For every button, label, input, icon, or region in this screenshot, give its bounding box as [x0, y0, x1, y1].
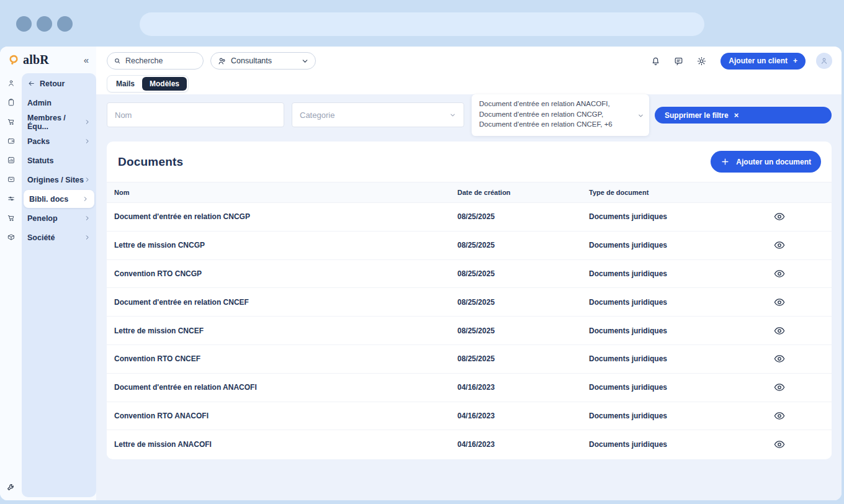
cell-actions — [742, 410, 817, 422]
add-client-button[interactable]: Ajouter un client + — [721, 53, 806, 70]
view-document-eye-icon[interactable] — [773, 210, 786, 223]
sidebar-collapse-button[interactable]: « — [84, 55, 89, 65]
cell-actions — [742, 325, 817, 337]
chevron-right-icon — [84, 234, 91, 241]
eye-icon — [773, 438, 786, 451]
rail-cart-icon[interactable] — [7, 112, 16, 131]
clear-filter-button[interactable]: Supprimer le filtre × — [655, 107, 832, 124]
user-avatar[interactable] — [816, 53, 832, 69]
table-row: Document d'entrée en relation CNCEF08/25… — [107, 288, 832, 317]
sidebar-item-retour[interactable]: Retour — [22, 74, 96, 93]
consultants-select[interactable]: Consultants — [210, 52, 316, 70]
window-control-dot[interactable] — [37, 16, 52, 32]
add-document-label: Ajouter un document — [736, 158, 811, 166]
view-document-eye-icon[interactable] — [773, 239, 786, 251]
rail-sliders-icon[interactable] — [7, 189, 16, 208]
view-document-eye-icon[interactable] — [773, 325, 786, 337]
person-icon — [7, 79, 16, 88]
tab-mails[interactable]: Mails — [109, 77, 142, 91]
view-document-eye-icon[interactable] — [773, 438, 786, 451]
app-logo[interactable]: albR — [8, 53, 49, 67]
chat-icon[interactable] — [673, 56, 684, 66]
sidebar: albR « RetourAdminMembres / Équ...PacksS… — [0, 47, 96, 500]
table-row: Document d'entrée en relation ANACOFI04/… — [107, 374, 832, 402]
filter-documents-multiselect[interactable]: Document d'entrée en relation ANACOFI, D… — [472, 94, 649, 136]
mails-modeles-tab-group: MailsModèles — [107, 75, 189, 92]
topbar: Consultants — [96, 47, 842, 94]
filter-categorie-select[interactable]: Categorie — [292, 102, 464, 127]
package-icon — [7, 233, 16, 241]
cell-date-creation: 08/25/2025 — [457, 241, 589, 250]
cell-date-creation: 08/25/2025 — [457, 298, 589, 307]
rail-wallet-icon[interactable] — [7, 131, 16, 150]
cell-type-document: Documents juridiques — [589, 354, 742, 363]
view-document-eye-icon[interactable] — [773, 381, 786, 394]
chevron-down-icon — [637, 112, 644, 119]
table-row: Document d'entrée en relation CNCGP08/25… — [107, 203, 832, 232]
column-header: Date de création — [457, 189, 589, 196]
table-header: NomDate de créationType de document — [107, 182, 832, 203]
sidebar-item-membres-qu[interactable]: Membres / Équ... — [22, 112, 96, 132]
cell-actions — [742, 268, 817, 280]
cell-nom: Document d'entrée en relation ANACOFI — [114, 383, 457, 392]
sidebar-header: albR « — [0, 47, 96, 73]
chevron-right-icon — [84, 234, 91, 241]
filter-nom-input[interactable] — [107, 102, 284, 127]
chevron-right-icon — [82, 196, 89, 202]
browser-address-bar[interactable] — [140, 12, 704, 36]
rail-package-icon[interactable] — [7, 227, 16, 246]
tools-icon[interactable] — [0, 482, 22, 492]
logo-text: albR — [23, 53, 49, 67]
view-document-eye-icon[interactable] — [773, 296, 786, 308]
sidebar-item-label: Membres / Équ... — [27, 114, 84, 131]
sidebar-item-statuts[interactable]: Statuts — [22, 151, 96, 170]
eye-icon — [773, 239, 786, 251]
tab-mod-les[interactable]: Modèles — [142, 77, 187, 91]
cell-date-creation: 08/25/2025 — [457, 269, 589, 278]
search-field[interactable] — [125, 56, 197, 65]
cell-actions — [742, 210, 817, 223]
sidebar-item-origines-sites[interactable]: Origines / Sites — [22, 170, 96, 189]
rail-person-icon[interactable] — [7, 73, 16, 92]
search-input[interactable] — [107, 52, 204, 70]
cell-nom: Lettre de mission CNCEF — [114, 326, 457, 335]
page-title: Documents — [118, 155, 183, 169]
rail-chart-icon[interactable] — [7, 150, 16, 169]
rail-clipboard-icon[interactable] — [7, 92, 16, 112]
eye-icon — [773, 268, 786, 280]
sidebar-item-packs[interactable]: Packs — [22, 132, 96, 151]
view-document-eye-icon[interactable] — [773, 353, 786, 365]
cell-type-document: Documents juridiques — [589, 383, 742, 392]
window-control-dot[interactable] — [16, 16, 32, 32]
desktop: { "sidebar": { "logo_text": "albR", "col… — [0, 0, 844, 504]
rail-envelope-icon[interactable] — [7, 169, 16, 189]
clear-filter-label: Supprimer le filtre — [665, 111, 729, 120]
chevron-right-icon — [82, 196, 89, 202]
sidebar-item-penelop[interactable]: Penelop — [22, 209, 96, 228]
notifications-bell-icon[interactable] — [650, 56, 661, 66]
sidebar-item-soci-t[interactable]: Société — [22, 228, 96, 247]
eye-icon — [773, 353, 786, 365]
add-document-button[interactable]: Ajouter un document — [711, 151, 821, 173]
view-document-eye-icon[interactable] — [773, 268, 786, 280]
wallet-icon — [7, 137, 16, 145]
cart-icon — [7, 117, 16, 126]
chevron-right-icon — [84, 119, 91, 125]
sidebar-item-bibli-docs[interactable]: Bibli. docs — [24, 190, 94, 208]
chevron-right-icon — [84, 138, 91, 145]
selected-documents-text: Document d'entrée en relation ANACOFI, D… — [479, 100, 613, 128]
cell-nom: Document d'entrée en relation CNCEF — [114, 298, 457, 307]
window-control-dot[interactable] — [57, 16, 73, 32]
cell-type-document: Documents juridiques — [589, 241, 742, 250]
table-body: Document d'entrée en relation CNCGP08/25… — [107, 203, 832, 459]
table-row: Convention RTO ANACOFI04/16/2023Document… — [107, 402, 832, 431]
view-document-eye-icon[interactable] — [773, 410, 786, 422]
settings-gear-icon[interactable] — [696, 56, 707, 66]
consultant-person-icon — [217, 56, 227, 66]
cell-actions — [742, 353, 817, 365]
chart-icon — [7, 156, 16, 164]
sidebar-item-admin[interactable]: Admin — [22, 93, 96, 112]
main-area: Consultants — [96, 47, 842, 500]
documents-card-header: Documents Ajouter un document — [107, 142, 832, 182]
rail-cart-icon[interactable] — [7, 208, 16, 227]
